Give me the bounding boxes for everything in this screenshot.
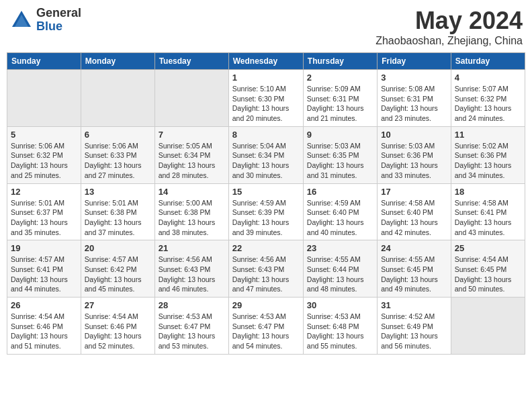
calendar-cell: 27Sunrise: 4:54 AM Sunset: 6:46 PM Dayli… bbox=[81, 298, 154, 355]
day-number: 29 bbox=[232, 300, 300, 310]
day-info: Sunrise: 4:55 AM Sunset: 6:44 PM Dayligh… bbox=[307, 255, 373, 294]
day-info: Sunrise: 4:53 AM Sunset: 6:47 PM Dayligh… bbox=[232, 312, 300, 351]
logo: General Blue bbox=[9, 7, 81, 34]
day-number: 19 bbox=[11, 243, 77, 253]
calendar-cell: 29Sunrise: 4:53 AM Sunset: 6:47 PM Dayli… bbox=[228, 298, 303, 355]
calendar-cell: 24Sunrise: 4:55 AM Sunset: 6:45 PM Dayli… bbox=[378, 240, 451, 298]
calendar-cell: 9Sunrise: 5:03 AM Sunset: 6:35 PM Daylig… bbox=[303, 126, 377, 183]
title-block: May 2024 Zhaobaoshan, Zhejiang, China bbox=[375, 7, 523, 47]
calendar-cell: 31Sunrise: 4:52 AM Sunset: 6:49 PM Dayli… bbox=[378, 298, 451, 355]
calendar-cell bbox=[81, 70, 154, 127]
weekday-header-thursday: Thursday bbox=[303, 53, 377, 70]
calendar-cell: 8Sunrise: 5:04 AM Sunset: 6:34 PM Daylig… bbox=[228, 126, 303, 183]
weekday-header-saturday: Saturday bbox=[451, 53, 525, 70]
calendar-cell: 26Sunrise: 4:54 AM Sunset: 6:46 PM Dayli… bbox=[7, 298, 81, 355]
day-number: 23 bbox=[307, 243, 373, 253]
day-info: Sunrise: 5:08 AM Sunset: 6:31 PM Dayligh… bbox=[381, 84, 447, 124]
day-info: Sunrise: 4:55 AM Sunset: 6:45 PM Dayligh… bbox=[381, 255, 447, 294]
calendar-cell: 1Sunrise: 5:10 AM Sunset: 6:30 PM Daylig… bbox=[228, 70, 303, 127]
calendar-week-2: 5Sunrise: 5:06 AM Sunset: 6:32 PM Daylig… bbox=[7, 126, 525, 183]
day-info: Sunrise: 4:52 AM Sunset: 6:49 PM Dayligh… bbox=[381, 312, 447, 351]
day-number: 11 bbox=[455, 130, 521, 140]
calendar-cell: 4Sunrise: 5:07 AM Sunset: 6:32 PM Daylig… bbox=[451, 70, 525, 127]
calendar-cell: 22Sunrise: 4:56 AM Sunset: 6:43 PM Dayli… bbox=[228, 240, 303, 298]
day-number: 10 bbox=[381, 130, 447, 140]
day-number: 22 bbox=[232, 243, 300, 253]
calendar-week-1: 1Sunrise: 5:10 AM Sunset: 6:30 PM Daylig… bbox=[7, 70, 525, 127]
calendar-cell: 20Sunrise: 4:57 AM Sunset: 6:42 PM Dayli… bbox=[81, 240, 154, 298]
day-number: 25 bbox=[455, 243, 521, 253]
day-info: Sunrise: 4:58 AM Sunset: 6:41 PM Dayligh… bbox=[455, 198, 521, 238]
day-number: 24 bbox=[381, 243, 447, 253]
day-number: 14 bbox=[159, 187, 225, 197]
logo-text: General Blue bbox=[36, 7, 81, 34]
day-info: Sunrise: 4:53 AM Sunset: 6:47 PM Dayligh… bbox=[159, 312, 225, 351]
weekday-header-friday: Friday bbox=[378, 53, 451, 70]
day-info: Sunrise: 4:59 AM Sunset: 6:40 PM Dayligh… bbox=[307, 198, 373, 238]
day-number: 26 bbox=[11, 300, 77, 310]
calendar-cell: 18Sunrise: 4:58 AM Sunset: 6:41 PM Dayli… bbox=[451, 183, 525, 240]
day-info: Sunrise: 4:54 AM Sunset: 6:46 PM Dayligh… bbox=[85, 312, 151, 351]
calendar-cell: 25Sunrise: 4:54 AM Sunset: 6:45 PM Dayli… bbox=[451, 240, 525, 298]
day-info: Sunrise: 5:10 AM Sunset: 6:30 PM Dayligh… bbox=[232, 84, 300, 124]
day-number: 13 bbox=[85, 187, 151, 197]
day-number: 18 bbox=[455, 187, 521, 197]
calendar-cell: 16Sunrise: 4:59 AM Sunset: 6:40 PM Dayli… bbox=[303, 183, 377, 240]
calendar-cell: 15Sunrise: 4:59 AM Sunset: 6:39 PM Dayli… bbox=[228, 183, 303, 240]
calendar-cell: 14Sunrise: 5:00 AM Sunset: 6:38 PM Dayli… bbox=[154, 183, 228, 240]
day-number: 15 bbox=[232, 187, 300, 197]
weekday-header-monday: Monday bbox=[81, 53, 154, 70]
calendar-location: Zhaobaoshan, Zhejiang, China bbox=[375, 35, 523, 47]
weekday-header-wednesday: Wednesday bbox=[228, 53, 303, 70]
day-number: 4 bbox=[455, 73, 521, 83]
day-info: Sunrise: 5:01 AM Sunset: 6:38 PM Dayligh… bbox=[85, 198, 151, 238]
calendar-cell: 3Sunrise: 5:08 AM Sunset: 6:31 PM Daylig… bbox=[378, 70, 451, 127]
calendar-cell: 30Sunrise: 4:53 AM Sunset: 6:48 PM Dayli… bbox=[303, 298, 377, 355]
day-number: 20 bbox=[85, 243, 151, 253]
day-info: Sunrise: 5:04 AM Sunset: 6:34 PM Dayligh… bbox=[232, 141, 300, 181]
calendar-cell: 17Sunrise: 4:58 AM Sunset: 6:40 PM Dayli… bbox=[378, 183, 451, 240]
weekday-header-tuesday: Tuesday bbox=[154, 53, 228, 70]
day-number: 30 bbox=[307, 300, 373, 310]
day-number: 5 bbox=[11, 130, 77, 140]
day-info: Sunrise: 5:03 AM Sunset: 6:36 PM Dayligh… bbox=[381, 141, 447, 181]
logo-general-text: General bbox=[36, 7, 81, 20]
day-info: Sunrise: 5:06 AM Sunset: 6:32 PM Dayligh… bbox=[11, 141, 77, 181]
day-number: 6 bbox=[85, 130, 151, 140]
calendar-cell bbox=[451, 298, 525, 355]
weekday-header-sunday: Sunday bbox=[7, 53, 81, 70]
calendar-cell bbox=[154, 70, 228, 127]
calendar-cell: 23Sunrise: 4:55 AM Sunset: 6:44 PM Dayli… bbox=[303, 240, 377, 298]
calendar-cell: 6Sunrise: 5:06 AM Sunset: 6:33 PM Daylig… bbox=[81, 126, 154, 183]
day-info: Sunrise: 4:59 AM Sunset: 6:39 PM Dayligh… bbox=[232, 198, 300, 238]
calendar-cell: 2Sunrise: 5:09 AM Sunset: 6:31 PM Daylig… bbox=[303, 70, 377, 127]
day-number: 12 bbox=[11, 187, 77, 197]
page-header: General Blue May 2024 Zhaobaoshan, Zheji… bbox=[7, 7, 525, 47]
calendar-cell bbox=[7, 70, 81, 127]
day-info: Sunrise: 4:57 AM Sunset: 6:41 PM Dayligh… bbox=[11, 255, 77, 294]
day-number: 9 bbox=[307, 130, 373, 140]
day-info: Sunrise: 4:53 AM Sunset: 6:48 PM Dayligh… bbox=[307, 312, 373, 351]
day-number: 1 bbox=[232, 73, 300, 83]
day-info: Sunrise: 5:07 AM Sunset: 6:32 PM Dayligh… bbox=[455, 84, 521, 124]
day-info: Sunrise: 4:56 AM Sunset: 6:43 PM Dayligh… bbox=[159, 255, 225, 294]
day-number: 27 bbox=[85, 300, 151, 310]
day-info: Sunrise: 4:54 AM Sunset: 6:46 PM Dayligh… bbox=[11, 312, 77, 351]
day-info: Sunrise: 5:02 AM Sunset: 6:36 PM Dayligh… bbox=[455, 141, 521, 181]
calendar-cell: 21Sunrise: 4:56 AM Sunset: 6:43 PM Dayli… bbox=[154, 240, 228, 298]
day-info: Sunrise: 5:01 AM Sunset: 6:37 PM Dayligh… bbox=[11, 198, 77, 238]
calendar-week-5: 26Sunrise: 4:54 AM Sunset: 6:46 PM Dayli… bbox=[7, 298, 525, 355]
day-number: 21 bbox=[159, 243, 225, 253]
day-info: Sunrise: 5:09 AM Sunset: 6:31 PM Dayligh… bbox=[307, 84, 373, 124]
day-number: 16 bbox=[307, 187, 373, 197]
day-number: 3 bbox=[381, 73, 447, 83]
calendar-week-3: 12Sunrise: 5:01 AM Sunset: 6:37 PM Dayli… bbox=[7, 183, 525, 240]
calendar-cell: 28Sunrise: 4:53 AM Sunset: 6:47 PM Dayli… bbox=[154, 298, 228, 355]
calendar-cell: 12Sunrise: 5:01 AM Sunset: 6:37 PM Dayli… bbox=[7, 183, 81, 240]
day-number: 28 bbox=[159, 300, 225, 310]
day-info: Sunrise: 5:05 AM Sunset: 6:34 PM Dayligh… bbox=[159, 141, 225, 181]
calendar-cell: 13Sunrise: 5:01 AM Sunset: 6:38 PM Dayli… bbox=[81, 183, 154, 240]
calendar-cell: 19Sunrise: 4:57 AM Sunset: 6:41 PM Dayli… bbox=[7, 240, 81, 298]
logo-blue-text: Blue bbox=[36, 20, 81, 34]
day-info: Sunrise: 4:56 AM Sunset: 6:43 PM Dayligh… bbox=[232, 255, 300, 294]
